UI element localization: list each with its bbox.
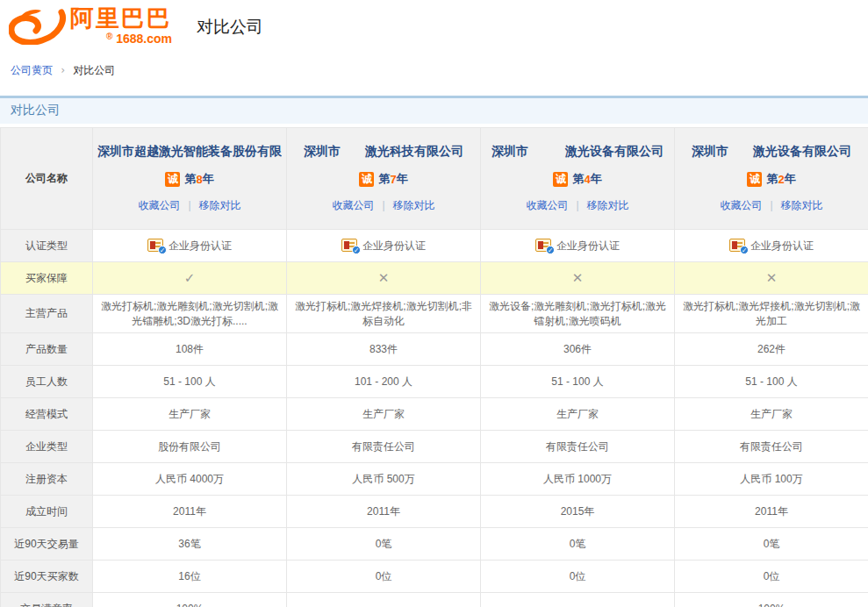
year-number: 7 bbox=[390, 173, 396, 186]
favorite-company-link[interactable]: 收藏公司 bbox=[526, 199, 568, 211]
capital-cell: 人民币 500万 bbox=[287, 463, 481, 496]
cert-cell: ✓企业身份认证 bbox=[481, 230, 675, 262]
table-row-cert-type: 认证类型 ✓企业身份认证 ✓企业身份认证 ✓企业身份认证 ✓企业身份认证 bbox=[1, 230, 868, 262]
company-name-link[interactable]: 深圳市 激光设备有限公司 bbox=[491, 144, 664, 160]
table-row-company-type: 企业类型 股份有限公司 有限责任公司 有限责任公司 有限责任公司 bbox=[1, 431, 868, 463]
company-type-cell: 有限责任公司 bbox=[287, 431, 481, 463]
logo-brand-text: 阿里巴巴 bbox=[70, 5, 172, 32]
row-label-buyers-90d: 近90天买家数 bbox=[1, 561, 93, 593]
capital-cell: 人民币 1000万 bbox=[481, 463, 675, 496]
registered-mark: ® bbox=[106, 32, 112, 41]
company-type-cell: 股份有限公司 bbox=[93, 431, 287, 463]
business-mode-cell: 生产厂家 bbox=[481, 398, 675, 431]
link-separator: | bbox=[576, 199, 578, 211]
employees-cell: 51 - 100 人 bbox=[481, 366, 675, 398]
row-label-satisfaction: 交易满意率 bbox=[1, 593, 93, 607]
founded-cell: 2011年 bbox=[93, 496, 287, 528]
table-row-product-count: 产品数量 108件 833件 306件 262件 bbox=[1, 333, 868, 366]
top-header: 阿里巴巴 ® 1688.com 对比公司 bbox=[0, 0, 868, 51]
product-count-cell: 833件 bbox=[287, 333, 481, 366]
favorite-company-link[interactable]: 收藏公司 bbox=[138, 199, 180, 211]
year-prefix: 第 bbox=[766, 171, 778, 187]
satisfaction-cell bbox=[481, 593, 675, 607]
founded-cell: 2011年 bbox=[287, 496, 481, 528]
row-label-main-products: 主营产品 bbox=[1, 295, 93, 333]
year-prefix: 第 bbox=[378, 171, 390, 187]
chengxintong-badge-icon: 诚 bbox=[359, 172, 374, 187]
main-products-cell[interactable]: 激光设备;激光雕刻机;激光打标机;激光镭射机;激光喷码机 bbox=[481, 295, 675, 333]
main-products-cell[interactable]: 激光打标机;激光雕刻机;激光切割机;激光镭雕机;3D激光打标..... bbox=[93, 295, 287, 333]
founded-cell: 2011年 bbox=[675, 496, 868, 528]
business-mode-cell: 生产厂家 bbox=[675, 398, 868, 431]
year-suffix: 年 bbox=[203, 171, 214, 187]
alibaba-logo[interactable]: 阿里巴巴 ® 1688.com bbox=[9, 6, 172, 45]
guarantee-cell: ✕ bbox=[481, 262, 675, 295]
company-name-link[interactable]: 深圳市超越激光智能装备股份有限... bbox=[97, 144, 282, 160]
employees-cell: 51 - 100 人 bbox=[93, 366, 287, 398]
favorite-company-link[interactable]: 收藏公司 bbox=[332, 199, 374, 211]
year-number: 8 bbox=[196, 173, 202, 186]
guarantee-cell: ✓ bbox=[93, 262, 287, 295]
remove-compare-link[interactable]: 移除对比 bbox=[393, 199, 435, 211]
breadcrumb-current: 对比公司 bbox=[73, 64, 115, 76]
cert-cell: ✓企业身份认证 bbox=[93, 230, 287, 262]
section-title: 对比公司 bbox=[11, 103, 60, 117]
id-card-cert-icon: ✓ bbox=[535, 239, 551, 252]
cert-label: 企业身份认证 bbox=[750, 239, 814, 252]
trades-90d-cell: 0笔 bbox=[675, 528, 868, 561]
row-label-company-type: 企业类型 bbox=[1, 431, 93, 463]
trades-90d-cell: 0笔 bbox=[287, 528, 481, 561]
row-label-founded: 成立时间 bbox=[1, 496, 93, 528]
alibaba-smiley-icon bbox=[9, 6, 67, 45]
row-label-trades-90d: 近90天交易量 bbox=[1, 528, 93, 561]
blue-check-badge-icon: ✓ bbox=[546, 246, 555, 254]
company-name-link[interactable]: 深圳市 激光科技有限公司 bbox=[304, 144, 463, 160]
guarantee-cell: ✕ bbox=[675, 262, 868, 295]
remove-compare-link[interactable]: 移除对比 bbox=[199, 199, 241, 211]
row-label-company-name: 公司名称 bbox=[1, 128, 93, 230]
breadcrumb-separator-icon: › bbox=[60, 64, 66, 76]
blue-check-badge-icon: ✓ bbox=[740, 246, 749, 254]
year-number: 2 bbox=[778, 173, 784, 186]
trades-90d-cell: 36笔 bbox=[93, 528, 287, 561]
company-header-2: 深圳市 激光科技有限公司 诚第7年 收藏公司|移除对比 bbox=[287, 128, 481, 230]
capital-cell: 人民币 100万 bbox=[675, 463, 868, 496]
year-suffix: 年 bbox=[591, 171, 602, 187]
table-row-employees: 员工人数 51 - 100 人 101 - 200 人 51 - 100 人 5… bbox=[1, 366, 868, 398]
logo-domain-text: 1688.com bbox=[116, 32, 172, 46]
table-row-main-products: 主营产品 激光打标机;激光雕刻机;激光切割机;激光镭雕机;3D激光打标.....… bbox=[1, 295, 868, 333]
year-suffix: 年 bbox=[397, 171, 408, 187]
chengxintong-badge-icon: 诚 bbox=[553, 172, 568, 187]
trades-90d-cell: 0笔 bbox=[481, 528, 675, 561]
row-label-buyer-guarantee: 买家保障 bbox=[1, 262, 93, 295]
year-prefix: 第 bbox=[572, 171, 584, 187]
chengxintong-badge-icon: 诚 bbox=[165, 172, 180, 187]
row-label-business-mode: 经营模式 bbox=[1, 398, 93, 431]
main-products-cell[interactable]: 激光打标机;激光焊接机;激光切割机;非标自动化 bbox=[287, 295, 481, 333]
main-products-cell[interactable]: 激光打标机;激光焊接机;激光切割机;激光加工 bbox=[675, 295, 868, 333]
company-type-cell: 有限责任公司 bbox=[675, 431, 868, 463]
blue-check-badge-icon: ✓ bbox=[352, 246, 361, 254]
company-header-1: 深圳市超越激光智能装备股份有限... 诚第8年 收藏公司|移除对比 bbox=[93, 128, 287, 230]
table-row-satisfaction: 交易满意率 100% 100% bbox=[1, 593, 868, 607]
company-header-4: 深圳市 激光设备有限公司 诚第2年 收藏公司|移除对比 bbox=[675, 128, 868, 230]
id-card-cert-icon: ✓ bbox=[341, 239, 357, 252]
remove-compare-link[interactable]: 移除对比 bbox=[781, 199, 823, 211]
product-count-cell: 262件 bbox=[675, 333, 868, 366]
cert-cell: ✓企业身份认证 bbox=[675, 230, 868, 262]
employees-cell: 51 - 100 人 bbox=[675, 366, 868, 398]
favorite-company-link[interactable]: 收藏公司 bbox=[720, 199, 762, 211]
guarantee-cell: ✕ bbox=[287, 262, 481, 295]
satisfaction-cell: 100% bbox=[93, 593, 287, 607]
breadcrumb-home-link[interactable]: 公司黄页 bbox=[11, 64, 53, 76]
company-name-link[interactable]: 深圳市 激光设备有限公司 bbox=[692, 144, 851, 160]
chengxintong-badge-icon: 诚 bbox=[747, 172, 762, 187]
table-row-business-mode: 经营模式 生产厂家 生产厂家 生产厂家 生产厂家 bbox=[1, 398, 868, 431]
row-label-registered-capital: 注册资本 bbox=[1, 463, 93, 496]
remove-compare-link[interactable]: 移除对比 bbox=[587, 199, 629, 211]
year-suffix: 年 bbox=[785, 171, 796, 187]
buyers-90d-cell: 0位 bbox=[287, 561, 481, 593]
blue-check-badge-icon: ✓ bbox=[158, 246, 167, 254]
business-mode-cell: 生产厂家 bbox=[287, 398, 481, 431]
section-title-bar: 对比公司 bbox=[0, 96, 868, 124]
